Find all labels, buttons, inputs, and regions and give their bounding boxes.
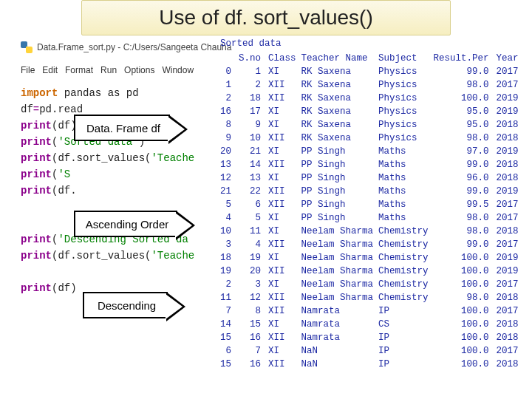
table-row: 45XIPP SinghMaths98.02017: [220, 211, 524, 225]
table-row: 89XIRK SaxenaPhysics95.02018: [220, 118, 524, 132]
menu-format[interactable]: Format: [65, 65, 93, 75]
table-row: 1819XINeelam SharmaChemistry100.02019: [220, 251, 524, 265]
table-row: 67XINaNIP100.02017: [220, 344, 524, 358]
table-row: 1314XIIPP SinghMaths99.02018: [220, 158, 524, 171]
table-row: 1516XIINaNIP100.02018: [220, 358, 524, 371]
console-output: Sorted data S.no Class Teacher Name Subj…: [220, 37, 524, 371]
table-row: 1920XIINeelam SharmaChemistry100.02019: [220, 265, 524, 278]
menu-edit[interactable]: Edit: [42, 65, 58, 75]
menu-options[interactable]: Options: [124, 65, 154, 75]
table-row: 910XIIRK SaxenaPhysics98.02018: [220, 132, 524, 145]
table-row: 2021XIPP SinghMaths97.02019: [220, 145, 524, 158]
table-row: 23XINeelam SharmaChemistry100.02017: [220, 278, 524, 291]
python-icon: [21, 41, 33, 53]
table-row: 1617XIRK SaxenaPhysics95.02019: [220, 105, 524, 118]
annotation-descending: Descending: [83, 292, 168, 318]
table-header-row: S.no Class Teacher Name Subject Result.P…: [220, 52, 524, 65]
table-row: 1011XINeelam SharmaChemistry98.02018: [220, 225, 524, 238]
menu-window[interactable]: Window: [162, 65, 194, 75]
slide-title-banner: Use of df. sort_values(): [81, 0, 451, 35]
editor-filename: Data.Frame_sort.py - C:/Users/Sangeeta C…: [37, 42, 231, 52]
table-row: 12XIIRK SaxenaPhysics98.02017: [220, 78, 524, 92]
kw-import: import: [21, 87, 58, 99]
table-row: 1213XIPP SinghMaths96.02018: [220, 171, 524, 185]
table-row: 34XIINeelam SharmaChemistry99.02017: [220, 238, 524, 251]
editor-titlebar: Data.Frame_sort.py - C:/Users/Sangeeta C…: [21, 41, 231, 53]
editor-menubar: File Edit Format Run Options Window: [21, 65, 194, 75]
table-row: 78XIINamrataIP100.02017: [220, 304, 524, 318]
table-row: 1516XIINamrataIP100.02018: [220, 331, 524, 344]
table-row: 2122XIIPP SinghMaths99.02019: [220, 185, 524, 198]
table-row: 56XIIPP SinghMaths99.52017: [220, 198, 524, 211]
table-row: 1415XINamrataCS100.02018: [220, 318, 524, 331]
output-table: S.no Class Teacher Name Subject Result.P…: [220, 52, 524, 371]
annotation-ascending: Ascending Order: [74, 211, 177, 237]
output-heading: Sorted data: [220, 37, 524, 50]
annotation-dataframe: Data. Frame df: [74, 115, 170, 141]
table-row: 01XIRK SaxenaPhysics99.02017: [220, 65, 524, 78]
table-row: 1112XIINeelam SharmaChemistry98.02018: [220, 291, 524, 304]
slide-title: Use of df. sort_values(): [159, 6, 372, 30]
table-row: 218XIIRK SaxenaPhysics100.02019: [220, 92, 524, 105]
menu-run[interactable]: Run: [100, 65, 117, 75]
menu-file[interactable]: File: [21, 65, 35, 75]
